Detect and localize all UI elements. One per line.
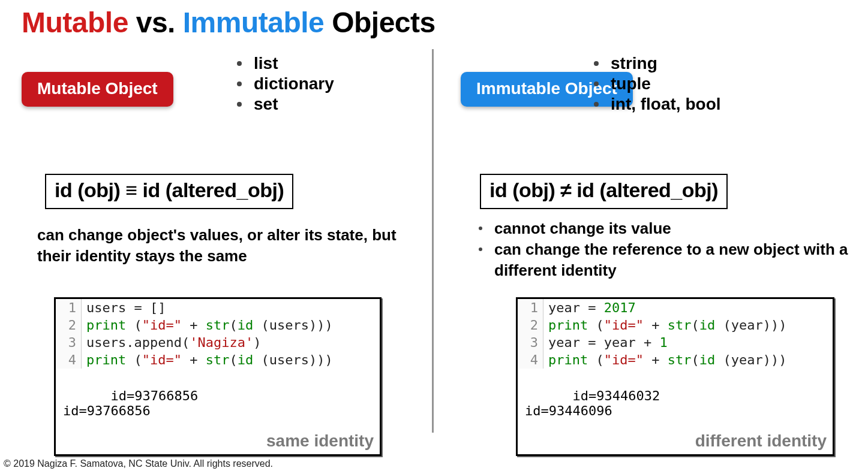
- mutable-code-example: 1users = []2print ("id=" + str(id (users…: [54, 297, 382, 456]
- code-block: 1users = []2print ("id=" + str(id (users…: [56, 299, 380, 369]
- bullet-icon: [237, 61, 242, 66]
- list-item: tuple: [594, 74, 721, 93]
- code-line: users.append('Nagiza'): [82, 334, 380, 351]
- code-line: year = year + 1: [543, 334, 833, 351]
- identity-label: same identity: [266, 431, 374, 451]
- immutable-explanation: cannot change its value can change the r…: [479, 218, 851, 281]
- line-number: 3: [518, 334, 543, 351]
- column-divider: [432, 49, 434, 433]
- output-text: id=93766856 id=93766856: [63, 388, 198, 418]
- immutable-identity-formula: id (obj) ≠ id (altered_obj): [480, 174, 728, 209]
- mutable-identity-formula: id (obj) ≡ id (altered_obj): [45, 174, 293, 209]
- list-item: int, float, bool: [594, 95, 721, 114]
- mutable-explanation: can change object's values, or alter its…: [37, 225, 397, 267]
- type-label: list: [254, 54, 278, 73]
- output-text: id=93446032 id=93446096: [525, 388, 660, 418]
- code-line: print ("id=" + str(id (year))): [543, 316, 833, 334]
- title-immutable: Immutable: [183, 7, 325, 38]
- identity-label: different identity: [695, 431, 827, 451]
- line-number: 3: [56, 334, 82, 351]
- code-block: 1year = 20172print ("id=" + str(id (year…: [518, 299, 833, 369]
- type-label: string: [611, 54, 657, 73]
- code-line: year = 2017: [543, 299, 833, 316]
- bullet-icon: [594, 102, 599, 107]
- bullet-icon: [479, 227, 482, 230]
- title-mutable: Mutable: [22, 7, 128, 38]
- line-number: 2: [518, 316, 543, 334]
- code-line: print ("id=" + str(id (users))): [82, 351, 380, 369]
- explain-text: can change the reference to a new object…: [494, 239, 851, 281]
- code-output: id=93766856 id=93766856 same identity: [56, 369, 380, 454]
- type-label: int, float, bool: [611, 95, 721, 114]
- mutable-type-list: list dictionary set: [237, 53, 334, 115]
- type-label: set: [254, 95, 278, 114]
- line-number: 2: [56, 316, 82, 334]
- list-item: cannot change its value: [479, 218, 851, 239]
- slide-title: Mutable vs. Immutable Objects: [22, 6, 435, 39]
- title-vs: vs.: [136, 7, 175, 38]
- code-line: print ("id=" + str(id (year))): [543, 351, 833, 369]
- list-item: list: [237, 54, 334, 73]
- immutable-type-list: string tuple int, float, bool: [594, 53, 721, 115]
- line-number: 4: [56, 351, 82, 369]
- bullet-icon: [237, 81, 242, 86]
- copyright-notice: © 2019 Nagiza F. Samatova, NC State Univ…: [4, 458, 273, 469]
- list-item: set: [237, 95, 334, 114]
- bullet-icon: [237, 102, 242, 107]
- code-output: id=93446032 id=93446096 different identi…: [518, 369, 833, 454]
- bullet-icon: [594, 61, 599, 66]
- type-label: tuple: [611, 74, 651, 93]
- bullet-icon: [594, 81, 599, 86]
- list-item: string: [594, 54, 721, 73]
- bullet-icon: [479, 247, 482, 251]
- type-label: dictionary: [254, 74, 334, 93]
- title-objects: Objects: [332, 7, 435, 38]
- list-item: can change the reference to a new object…: [479, 239, 851, 281]
- mutable-object-badge: Mutable Object: [22, 72, 173, 107]
- line-number: 4: [518, 351, 543, 369]
- code-line: print ("id=" + str(id (users))): [82, 316, 380, 334]
- code-line: users = []: [82, 299, 380, 316]
- immutable-code-example: 1year = 20172print ("id=" + str(id (year…: [516, 297, 834, 456]
- explain-text: cannot change its value: [494, 218, 671, 239]
- list-item: dictionary: [237, 74, 334, 93]
- line-number: 1: [518, 299, 543, 316]
- line-number: 1: [56, 299, 82, 316]
